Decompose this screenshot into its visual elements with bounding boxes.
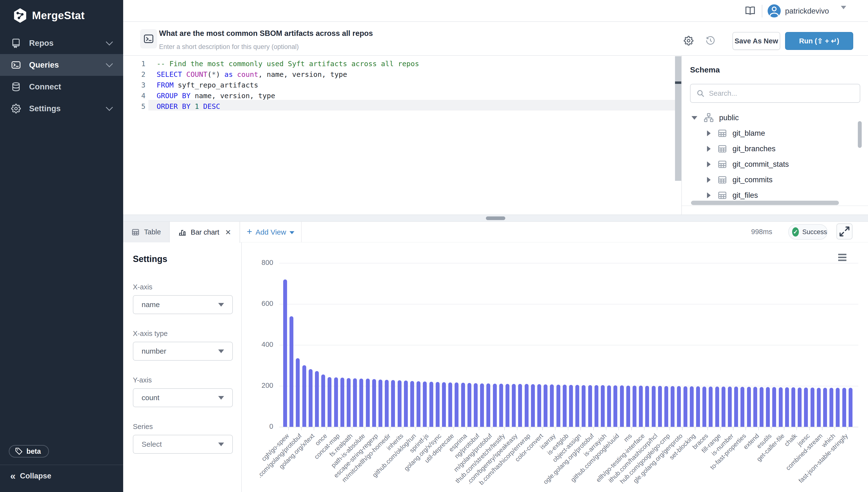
x-tick <box>517 427 517 430</box>
gridline <box>279 304 858 304</box>
select-caret-icon <box>218 303 224 306</box>
schema-table-label: git_blame <box>732 129 765 138</box>
brand[interactable]: MergeStat <box>14 8 85 23</box>
repos-icon <box>11 38 21 48</box>
x-tick <box>339 427 340 430</box>
select-x-axis[interactable]: name <box>133 295 233 314</box>
bar <box>569 385 573 427</box>
x-tick <box>327 427 327 430</box>
user-menu-caret-icon[interactable] <box>841 9 846 14</box>
x-tick <box>606 427 606 430</box>
schema-table-git_branches[interactable]: git_branches <box>682 141 861 156</box>
expand-results-button[interactable] <box>837 223 852 240</box>
tab-bar-chart[interactable]: Bar chart ✕ <box>170 222 240 243</box>
select-series[interactable]: Select <box>133 435 233 454</box>
bar <box>595 385 598 427</box>
x-tick <box>746 427 746 430</box>
chart-menu-icon[interactable] <box>838 254 846 261</box>
chevron-down-icon <box>106 104 113 111</box>
search-input[interactable] <box>709 90 845 97</box>
sidebar-item-repos[interactable]: Repos <box>0 32 123 54</box>
caret-right-icon[interactable] <box>707 192 710 198</box>
caret-down-icon[interactable] <box>692 116 697 120</box>
line-number: 1 <box>123 59 145 68</box>
select-x-axis-type[interactable]: number <box>133 342 233 361</box>
bar-chart-canvas[interactable]: 0200400600800 cgh/go-spew.com/golang/pro… <box>242 242 868 492</box>
query-description-placeholder[interactable]: Enter a short description for this query… <box>159 43 299 51</box>
sidebar-item-label: Repos <box>29 39 106 48</box>
bar <box>696 386 700 427</box>
x-tick <box>441 427 441 430</box>
status-label: Success <box>802 228 827 236</box>
bar <box>531 384 535 427</box>
bar <box>601 385 605 427</box>
schema-root-public[interactable]: public <box>682 110 861 126</box>
bar <box>582 385 585 427</box>
bar <box>690 386 694 427</box>
query-history-icon[interactable] <box>705 36 715 46</box>
bar <box>493 384 497 427</box>
avatar[interactable] <box>768 4 781 18</box>
splitter-drag-handle[interactable] <box>486 216 505 220</box>
collapse-label: Collapse <box>20 472 51 481</box>
x-tick <box>542 427 543 430</box>
add-view-label: Add View <box>256 228 286 236</box>
schema-table-label: git_branches <box>732 144 776 153</box>
beta-label: beta <box>26 447 41 456</box>
schema-table-git_commits[interactable]: git_commits <box>682 172 861 188</box>
bar <box>512 384 516 427</box>
schema-search[interactable] <box>690 84 860 103</box>
caret-right-icon[interactable] <box>707 162 710 167</box>
bar <box>347 378 351 427</box>
bar <box>817 388 821 427</box>
sidebar-item-connect[interactable]: Connect <box>0 76 123 98</box>
sql-editor[interactable]: 12345 -- Find the most commonly used Syf… <box>123 56 682 215</box>
editor-scrollbar[interactable] <box>675 56 682 181</box>
collapse-button[interactable]: « Collapse <box>10 472 51 481</box>
caret-right-icon[interactable] <box>707 177 710 183</box>
caret-right-icon[interactable] <box>707 130 710 136</box>
run-button[interactable]: Run (⇧ + ↵) <box>785 32 853 50</box>
bar <box>791 387 795 427</box>
x-tick <box>568 427 568 430</box>
schema-horizontal-scrollbar[interactable] <box>691 201 839 205</box>
query-settings-gear-icon[interactable] <box>684 36 694 46</box>
save-as-new-button[interactable]: Save As New <box>732 32 780 50</box>
query-title[interactable]: What are the most common SBOM artifacts … <box>159 29 373 38</box>
bar <box>416 381 420 427</box>
select-y-axis[interactable]: count <box>133 388 233 407</box>
bar <box>544 385 548 427</box>
table-icon <box>718 191 727 200</box>
x-tick <box>365 427 365 430</box>
expand-icon <box>837 224 852 239</box>
panel-splitter[interactable] <box>123 215 868 222</box>
schema-root-label: public <box>719 114 739 122</box>
bar <box>518 384 522 427</box>
bar <box>785 387 789 427</box>
x-tick <box>580 427 581 430</box>
schema-vertical-scrollbar[interactable] <box>858 121 862 148</box>
x-tick <box>695 427 695 430</box>
schema-table-git_commit_stats[interactable]: git_commit_stats <box>682 156 861 172</box>
sidebar-item-settings[interactable]: Settings <box>0 98 123 120</box>
sidebar-item-queries[interactable]: Queries <box>0 54 123 76</box>
add-view-button[interactable]: + Add View <box>240 222 302 242</box>
tab-table-label: Table <box>144 228 161 236</box>
select-value: Select <box>142 440 218 448</box>
caret-right-icon[interactable] <box>707 146 710 152</box>
sidebar-nav: ReposQueriesConnectSettings <box>0 32 123 120</box>
bar <box>289 316 293 427</box>
bar <box>353 378 357 427</box>
x-tick <box>720 427 721 430</box>
docs-book-icon[interactable] <box>745 6 755 15</box>
chevron-down-icon <box>106 38 113 45</box>
line-number: 4 <box>123 92 145 100</box>
close-tab-icon[interactable]: ✕ <box>225 228 231 237</box>
tab-table[interactable]: Table <box>123 222 170 242</box>
username[interactable]: patrickdevivo <box>785 7 829 16</box>
bar <box>321 374 325 427</box>
x-tick <box>415 427 416 430</box>
line-number: 3 <box>123 81 145 89</box>
bar <box>385 380 389 427</box>
schema-table-git_blame[interactable]: git_blame <box>682 126 861 141</box>
